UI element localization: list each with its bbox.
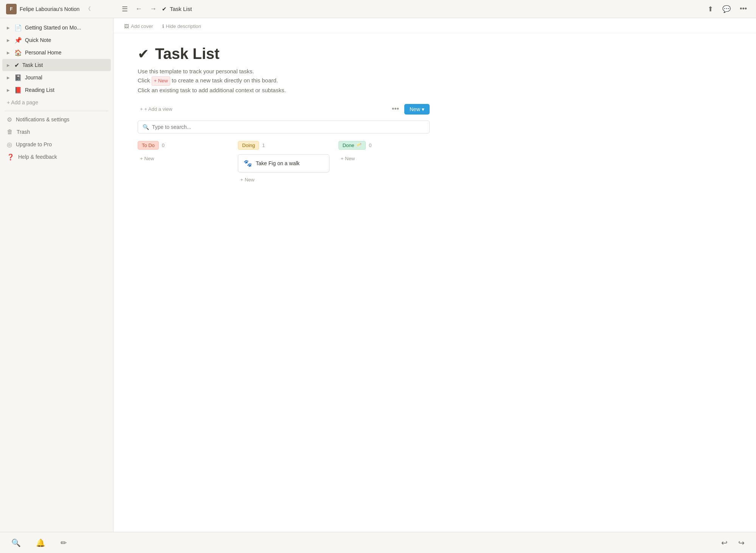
topbar: F Felipe Labouriau's Notion 《 ☰ ← → ✔ Ta… (0, 0, 756, 18)
sidebar-item-label: Task List (22, 62, 91, 68)
chevron-icon: ▶ (7, 51, 13, 55)
card-title: Take Fig on a walk (256, 160, 300, 166)
page-title-row: ✔ Task List (138, 45, 430, 62)
task-list-icon: ✔ (14, 62, 19, 69)
sidebar-action-label: Notifications & settings (16, 116, 70, 122)
sidebar-action-label: Upgrade to Pro (16, 141, 52, 147)
quick-note-icon: 📌 (14, 37, 22, 44)
more-icon[interactable]: ••• (91, 87, 99, 93)
chevron-icon: ▶ (7, 76, 13, 80)
getting-started-icon: 📄 (14, 24, 22, 31)
info-icon: ℹ (162, 23, 164, 29)
todo-count: 0 (162, 143, 165, 148)
chevron-icon: ▶ (7, 38, 13, 42)
search-input[interactable] (152, 124, 425, 130)
card-icon: 🐾 (244, 159, 252, 167)
more-icon[interactable]: ••• (91, 49, 99, 56)
sidebar-action-upgrade[interactable]: ◎ Upgrade to Pro (2, 138, 111, 150)
description-line1: Use this template to track your personal… (138, 67, 430, 76)
todo-badge: To Do (138, 141, 159, 150)
sidebar-item-label: Reading List (25, 87, 91, 93)
content-header: 🖼 Add cover ℹ Hide description (113, 18, 756, 33)
collapse-sidebar-button[interactable]: 《 (82, 4, 94, 14)
sidebar-action-label: Help & feedback (18, 154, 57, 160)
share-button[interactable]: ⬆ (705, 3, 716, 15)
sidebar-item-getting-started[interactable]: ▶ 📄 Getting Started on Mo... ••• + (2, 22, 111, 34)
bottom-right: ↩ ↪ (719, 536, 747, 550)
add-icon[interactable]: + (101, 24, 106, 31)
more-icon[interactable]: ••• (91, 62, 99, 68)
add-cover-button[interactable]: 🖼 Add cover (123, 23, 155, 30)
sidebar-item-label: Personal Home (25, 50, 91, 56)
description-block: Use this template to track your personal… (138, 67, 430, 95)
content-body: ✔ Task List Use this template to track y… (113, 33, 454, 196)
sidebar-item-label: Quick Note (25, 37, 91, 43)
upgrade-icon: ◎ (7, 141, 12, 148)
more-button[interactable]: ••• (737, 3, 750, 14)
plus-icon: + (140, 106, 143, 112)
more-icon[interactable]: ••• (91, 37, 99, 43)
page-title-text: Task List (170, 6, 192, 12)
bell-bottom-button[interactable]: 🔔 (34, 536, 48, 550)
sidebar-item-task-list[interactable]: ▶ ✔ Task List ••• + (2, 59, 111, 71)
page-title-icon: ✔ (138, 46, 149, 62)
search-bottom-button[interactable]: 🔍 (9, 536, 23, 550)
add-view-button[interactable]: + + Add a view (138, 105, 175, 113)
sidebar-action-help[interactable]: ❓ Help & feedback (2, 151, 111, 163)
chevron-icon: ▶ (7, 26, 13, 30)
search-bar: 🔍 (138, 121, 430, 133)
personal-home-icon: 🏠 (14, 49, 22, 56)
add-icon[interactable]: + (101, 62, 106, 68)
add-page-button[interactable]: + Add a page (2, 96, 111, 108)
add-icon[interactable]: + (101, 49, 106, 56)
image-icon: 🖼 (124, 23, 129, 29)
sidebar-action-notifications[interactable]: ⚙ Notifications & settings (2, 113, 111, 125)
settings-icon: ⚙ (7, 116, 12, 123)
forward-bottom-button[interactable]: ↪ (736, 536, 747, 550)
chevron-icon: ▶ (7, 88, 13, 92)
description-line2: Click + New to create a new task directl… (138, 76, 430, 86)
sidebar-action-trash[interactable]: 🗑 Trash (2, 126, 111, 138)
kanban-board: To Do 0 + New Doing 1 🐾 (138, 141, 430, 184)
new-task-label: New (410, 106, 420, 112)
comment-button[interactable]: 💬 (719, 3, 734, 15)
forward-button[interactable]: → (147, 3, 159, 14)
column-header-done: Done 🥂 0 (338, 141, 430, 150)
add-icon[interactable]: + (101, 87, 106, 93)
back-bottom-button[interactable]: ↩ (719, 536, 730, 550)
menu-button[interactable]: ☰ (120, 3, 130, 15)
page-check-icon: ✔ (162, 6, 167, 12)
edit-bottom-button[interactable]: ✏ (58, 536, 69, 550)
add-icon[interactable]: + (101, 37, 106, 43)
kanban-card-take-fig[interactable]: 🐾 Take Fig on a walk (238, 154, 329, 172)
workspace-name: Felipe Labouriau's Notion (20, 6, 79, 12)
doing-count: 1 (262, 143, 265, 148)
topbar-left: F Felipe Labouriau's Notion 《 (6, 4, 120, 14)
view-more-button[interactable]: ••• (390, 104, 401, 114)
sidebar-item-journal[interactable]: ▶ 📓 Journal ••• + (2, 71, 111, 84)
sidebar-item-reading-list[interactable]: ▶ 📕 Reading List ••• + (2, 84, 111, 96)
more-icon[interactable]: ••• (91, 24, 99, 31)
add-icon[interactable]: + (101, 74, 106, 81)
new-task-button[interactable]: New ▾ (404, 104, 430, 115)
sidebar-item-quick-note[interactable]: ▶ 📌 Quick Note ••• + (2, 34, 111, 46)
sidebar-divider (5, 111, 109, 111)
new-label: New (345, 156, 355, 161)
hide-description-button[interactable]: ℹ Hide description (161, 23, 203, 30)
more-icon[interactable]: ••• (91, 74, 99, 81)
sidebar-item-label: Getting Started on Mo... (25, 25, 91, 31)
bottom-bar: 🔍 🔔 ✏ ↩ ↪ (0, 532, 756, 553)
add-todo-button[interactable]: + New (138, 154, 157, 163)
reading-list-icon: 📕 (14, 87, 22, 94)
bottom-left: 🔍 🔔 ✏ (9, 536, 69, 550)
plus-icon: + (341, 156, 344, 161)
kanban-column-done: Done 🥂 0 + New (338, 141, 430, 163)
add-done-button[interactable]: + New (338, 154, 357, 163)
view-controls: + + Add a view ••• New ▾ (138, 104, 430, 115)
sidebar-item-personal-home[interactable]: ▶ 🏠 Personal Home ••• + (2, 46, 111, 59)
add-doing-button[interactable]: + New (238, 175, 257, 184)
sidebar-item-label: Journal (25, 74, 91, 81)
avatar: F (6, 4, 17, 14)
page-title-header: ✔ Task List (162, 6, 192, 12)
back-button[interactable]: ← (133, 3, 144, 14)
